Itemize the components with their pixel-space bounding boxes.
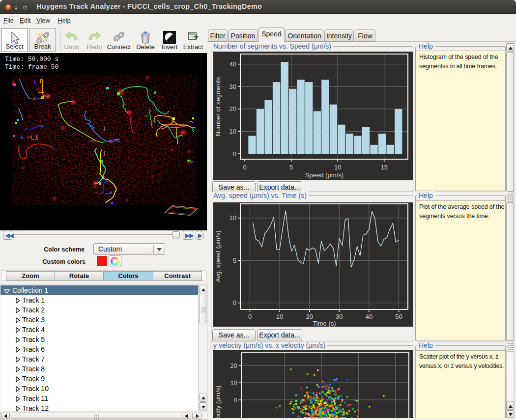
svg-text:0: 0 (233, 299, 236, 307)
svg-text:10: 10 (334, 164, 341, 171)
svg-text:y velocity (μm/s): y velocity (μm/s) (214, 386, 222, 418)
svg-text:Time (s): Time (s) (313, 320, 336, 327)
svg-text:Time: frame 50: Time: frame 50 (5, 63, 58, 71)
svg-text:0: 0 (233, 150, 236, 158)
svg-text:Avg. speed (μm/s): Avg. speed (μm/s) (214, 230, 222, 282)
svg-text:0: 0 (243, 164, 247, 171)
svg-text:10: 10 (229, 128, 236, 135)
svg-text:Speed (μm/s): Speed (μm/s) (305, 171, 344, 179)
svg-text:30: 30 (229, 83, 236, 90)
svg-text:Number of segments: Number of segments (214, 77, 222, 136)
svg-text:30: 30 (336, 313, 343, 320)
svg-text:10: 10 (230, 379, 237, 387)
svg-text:0: 0 (248, 313, 252, 320)
svg-text:0: 0 (234, 396, 237, 404)
svg-text:5: 5 (289, 164, 293, 171)
svg-text:20: 20 (306, 313, 313, 320)
svg-text:15: 15 (380, 164, 387, 171)
svg-text:10: 10 (229, 214, 236, 222)
svg-text:50: 50 (395, 313, 402, 320)
svg-text:20: 20 (230, 362, 237, 369)
svg-text:40: 40 (229, 60, 236, 68)
svg-text:5: 5 (233, 257, 236, 264)
svg-text:20: 20 (229, 105, 236, 112)
svg-text:40: 40 (366, 313, 373, 320)
svg-text:10: 10 (276, 313, 283, 320)
svg-text:Time: 50.000 s: Time: 50.000 s (5, 56, 58, 63)
